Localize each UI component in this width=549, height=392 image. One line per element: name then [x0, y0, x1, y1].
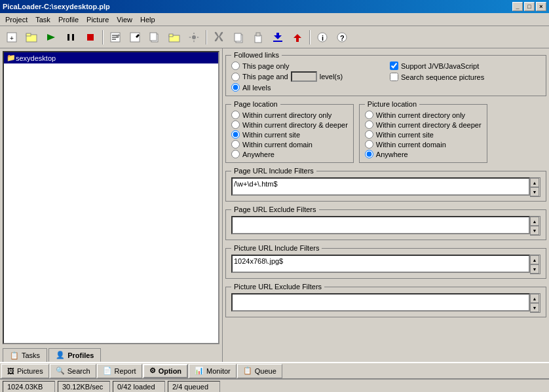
svg-rect-19 — [235, 33, 241, 41]
settings-button[interactable] — [185, 29, 203, 46]
radio-page-only: This page only — [231, 62, 382, 70]
page-url-include-input[interactable] — [231, 177, 530, 196]
page-loc-anywhere-input[interactable] — [231, 150, 240, 158]
tab-search[interactable]: 🔍 Search — [50, 364, 96, 378]
pic-loc-site-input[interactable] — [365, 130, 373, 139]
pic-loc-domain-input[interactable] — [365, 140, 373, 149]
radio-page-and-input[interactable] — [231, 73, 240, 81]
page-url-exclude-group: Page URL Exclude Filters ▲ ▼ — [225, 205, 546, 240]
menu-task[interactable]: Task — [31, 14, 54, 25]
picture-url-include-input[interactable] — [231, 255, 530, 273]
svg-rect-20 — [255, 35, 261, 43]
page-loc-dir-only: Within current directory only — [231, 111, 348, 119]
followed-links-checkboxes: Support J/VB/JavaScript Search sequence … — [390, 62, 540, 81]
pic-loc-anywhere-input[interactable] — [365, 150, 373, 158]
svg-point-17 — [192, 35, 196, 39]
page-location-radios: Within current directory only Within cur… — [231, 111, 348, 158]
new-project-button[interactable]: + — [3, 29, 21, 46]
page-url-include-group: Page URL Include Filters ▲ ▼ — [225, 167, 546, 202]
page-loc-site-label: Within current site — [242, 131, 300, 139]
upload-button[interactable] — [288, 29, 307, 46]
picture-location-group: Picture location Within current director… — [359, 100, 487, 163]
tab-report[interactable]: 📄 Report — [97, 364, 142, 378]
copy2-button[interactable] — [229, 29, 248, 46]
folder-open-button[interactable] — [165, 29, 183, 46]
page-loc-anywhere-label: Anywhere — [242, 151, 274, 158]
svg-rect-14 — [150, 33, 157, 41]
scroll-down2[interactable]: ▼ — [530, 226, 539, 235]
checkbox-sequence-input[interactable] — [390, 73, 398, 81]
info-button[interactable]: i — [313, 29, 331, 46]
paste-button[interactable] — [249, 29, 267, 46]
edit2-button[interactable] — [126, 29, 144, 46]
followed-links-group: Followed links This page only This page … — [225, 51, 546, 96]
page-loc-dir-deeper-input[interactable] — [231, 120, 240, 129]
checkbox-jvb: Support J/VB/JavaScript — [390, 62, 540, 70]
menu-bar: Project Task Profile Picture View Help — [0, 13, 549, 26]
svg-rect-26 — [296, 37, 299, 42]
page-loc-domain-input[interactable] — [231, 140, 240, 149]
search-label: Search — [67, 367, 90, 375]
scroll-down4[interactable]: ▼ — [530, 303, 539, 312]
scroll-down[interactable]: ▼ — [530, 187, 539, 196]
tab-profiles[interactable]: 👤 Profiles — [48, 348, 101, 362]
minimize-button[interactable]: _ — [512, 2, 523, 11]
right-panel: Followed links This page only This page … — [223, 48, 549, 362]
pic-loc-dir-deeper-input[interactable] — [365, 120, 373, 129]
menu-view[interactable]: View — [113, 14, 136, 25]
scroll-up3[interactable]: ▲ — [530, 255, 539, 264]
report-icon: 📄 — [103, 366, 112, 375]
queue-icon: 📋 — [243, 366, 252, 375]
tree-item-sexydesktop[interactable]: 📁 sexydesktop — [4, 52, 218, 63]
separator1 — [102, 30, 104, 45]
radio-all-levels-input[interactable] — [231, 83, 240, 92]
option-label: Option — [159, 367, 181, 375]
file-tree[interactable]: 📁 sexydesktop — [3, 51, 219, 344]
page-url-exclude-input[interactable] — [231, 216, 530, 234]
stop-button[interactable] — [81, 29, 100, 46]
arrow-right-button[interactable] — [42, 29, 60, 46]
tab-queue[interactable]: 📋 Queue — [237, 364, 282, 378]
maximize-button[interactable]: □ — [524, 2, 535, 11]
cut-button[interactable] — [210, 29, 228, 46]
tab-monitor[interactable]: 📊 Monitor — [189, 364, 237, 378]
menu-profile[interactable]: Profile — [54, 14, 83, 25]
scroll-up[interactable]: ▲ — [530, 178, 539, 187]
page-loc-dir-only-input[interactable] — [231, 111, 240, 119]
picture-url-exclude-input[interactable] — [231, 293, 530, 312]
pic-loc-dir-only-input[interactable] — [365, 111, 373, 119]
close-button[interactable]: × — [536, 2, 546, 11]
menu-help[interactable]: Help — [136, 14, 159, 25]
scroll-up4[interactable]: ▲ — [530, 294, 539, 303]
window-controls[interactable]: _ □ × — [512, 2, 546, 11]
help-button[interactable]: ? — [333, 29, 351, 46]
profiles-icon: 👤 — [56, 351, 65, 359]
separator3 — [309, 30, 311, 45]
menu-project[interactable]: Project — [1, 14, 31, 25]
level-suffix: level(s) — [320, 73, 343, 80]
tab-tasks[interactable]: 📋 Tasks — [3, 348, 47, 362]
scroll-up2[interactable]: ▲ — [530, 217, 539, 226]
edit1-button[interactable] — [106, 29, 124, 46]
level-input[interactable] — [291, 71, 317, 82]
monitor-label: Monitor — [206, 367, 231, 375]
svg-marker-4 — [47, 34, 55, 41]
scroll-down3[interactable]: ▼ — [530, 264, 539, 274]
open-button[interactable] — [22, 29, 41, 46]
tasks-label: Tasks — [22, 351, 40, 359]
tab-option[interactable]: ⚙ Option — [143, 364, 188, 378]
tab-pictures[interactable]: 🖼 Pictures — [1, 364, 49, 378]
status-loaded: 0/42 loaded — [113, 381, 165, 393]
checkbox-sequence-label: Search sequence pictures — [401, 73, 484, 81]
svg-rect-6 — [72, 34, 74, 41]
svg-text:i: i — [322, 34, 324, 42]
radio-page-only-input[interactable] — [231, 62, 240, 70]
checkbox-jvb-input[interactable] — [390, 62, 398, 70]
pause-button[interactable] — [62, 29, 80, 46]
page-loc-site-input[interactable] — [231, 130, 240, 139]
download-button[interactable] — [269, 29, 287, 46]
queue-label: Queue — [255, 367, 276, 375]
copy-button[interactable] — [145, 29, 164, 46]
tabs-container: 📋 Tasks 👤 Profiles — [0, 347, 222, 362]
menu-picture[interactable]: Picture — [83, 14, 113, 25]
